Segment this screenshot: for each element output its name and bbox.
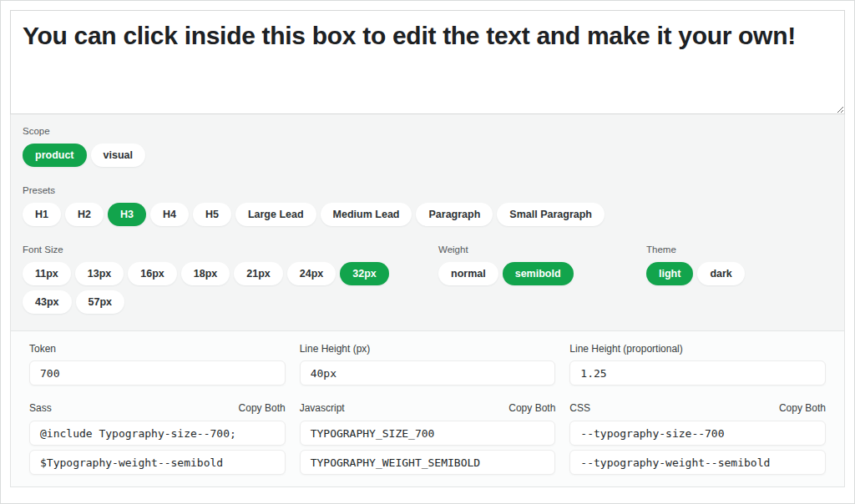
code-line-javascript-1[interactable]: TYPOGRAPHY_SIZE_700 [300,421,556,446]
font-size-option-11px[interactable]: 11px [23,262,71,285]
code-section-javascript: JavascriptCopy BothTYPOGRAPHY_SIZE_700TY… [300,402,556,475]
presets-options: H1H2H3H4H5Large LeadMedium LeadParagraph… [23,203,832,226]
code-section-css-header: CSSCopy Both [569,402,826,414]
presets-group: Presets H1H2H3H4H5Large LeadMedium LeadP… [23,185,832,226]
code-line-sass-2[interactable]: $Typography-weight--semibold [29,450,286,475]
scope-options: productvisual [23,144,832,167]
presets-option-h1[interactable]: H1 [23,203,61,226]
code-section-javascript-header: JavascriptCopy Both [300,402,556,414]
presets-label: Presets [23,185,832,195]
weight-option-normal[interactable]: normal [438,262,498,285]
presets-option-paragraph[interactable]: Paragraph [416,203,493,226]
weight-options: normalsemibold [438,262,646,285]
code-line-sass-1[interactable]: @include Typography-size--700; [29,421,286,446]
line-height-proportional-label: Line Height (proportional) [569,343,826,355]
token-field-label: Token [29,343,286,355]
weight-label: Weight [438,244,646,255]
font-size-label: Font Size [23,244,438,255]
preview-text-editor[interactable]: You can click inside this box to edit th… [10,10,845,114]
font-size-options: 11px13px16px18px21px24px32px43px57px [23,262,438,314]
code-section-sass-label: Sass [29,402,52,414]
copy-both-button-javascript[interactable]: Copy Both [508,402,555,414]
code-section-css: CSSCopy Both--typography-size--700--typo… [569,402,826,475]
weight-option-semibold[interactable]: semibold [503,262,574,285]
token-input[interactable] [29,360,286,386]
presets-option-h4[interactable]: H4 [150,203,189,226]
font-size-option-21px[interactable]: 21px [234,262,283,285]
font-size-group: Font Size 11px13px16px18px21px24px32px43… [23,244,438,314]
outputs-section: Token Line Height (px) Line Height (prop… [11,331,844,486]
scope-option-visual[interactable]: visual [91,144,145,167]
line-height-proportional-input[interactable] [569,360,826,386]
line-height-proportional-field: Line Height (proportional) [569,343,826,386]
presets-option-large-lead[interactable]: Large Lead [235,203,316,226]
scope-label: Scope [23,126,832,136]
size-weight-theme-row: Font Size 11px13px16px18px21px24px32px43… [23,244,832,314]
theme-options: lightdark [646,262,832,285]
typography-playground: You can click inside this box to edit th… [10,10,845,487]
code-output-row: SassCopy Both@include Typography-size--7… [29,402,826,475]
scope-option-product[interactable]: product [23,144,87,167]
font-size-option-16px[interactable]: 16px [128,262,177,285]
presets-option-medium-lead[interactable]: Medium Lead [321,203,412,226]
font-size-option-43px[interactable]: 43px [23,290,72,314]
token-fields-row: Token Line Height (px) Line Height (prop… [29,343,826,386]
font-size-option-18px[interactable]: 18px [181,262,230,285]
font-size-option-13px[interactable]: 13px [75,262,124,285]
scope-group: Scope productvisual [23,126,832,167]
copy-both-button-css[interactable]: Copy Both [779,402,826,414]
presets-option-h5[interactable]: H5 [193,203,231,226]
copy-both-button-sass[interactable]: Copy Both [239,402,286,414]
font-size-option-32px[interactable]: 32px [340,262,389,285]
line-height-px-input[interactable] [300,360,556,386]
code-section-javascript-label: Javascript [300,402,345,414]
theme-label: Theme [646,244,832,255]
theme-option-light[interactable]: light [646,262,693,285]
line-height-px-label: Line Height (px) [300,343,556,355]
code-line-css-2[interactable]: --typography-weight--semibold [569,450,826,475]
code-section-css-label: CSS [569,402,590,414]
font-size-option-57px[interactable]: 57px [76,290,125,314]
presets-option-h3[interactable]: H3 [108,203,146,226]
code-section-sass: SassCopy Both@include Typography-size--7… [29,402,286,475]
presets-option-h2[interactable]: H2 [65,203,104,226]
line-height-px-field: Line Height (px) [300,343,556,386]
settings-panel: Scope productvisual Presets H1H2H3H4H5La… [10,114,845,487]
theme-option-dark[interactable]: dark [697,262,744,285]
code-section-sass-header: SassCopy Both [29,402,286,414]
code-line-css-1[interactable]: --typography-size--700 [569,421,826,446]
font-size-option-24px[interactable]: 24px [287,262,336,285]
weight-group: Weight normalsemibold [438,244,646,314]
controls-section: Scope productvisual Presets H1H2H3H4H5La… [11,114,844,331]
theme-group: Theme lightdark [646,244,832,314]
code-line-javascript-2[interactable]: TYPOGRAPHY_WEIGHT_SEMIBOLD [300,450,556,475]
token-field: Token [29,343,286,386]
presets-option-small-paragraph[interactable]: Small Paragraph [497,203,605,226]
